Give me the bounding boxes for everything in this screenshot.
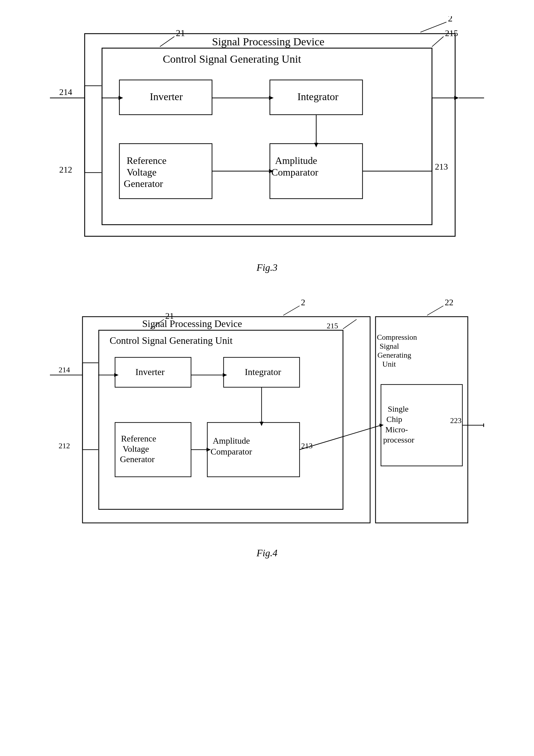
fig4-caption: Fig.4 <box>257 547 278 559</box>
fig3-rvg-label1: Reference <box>127 155 167 166</box>
fig3-ac-label1: Amplitude <box>275 155 317 166</box>
page: 2 21 Signal Processing Device Control Si… <box>0 0 534 756</box>
fig3-label-212: 212 <box>59 165 72 175</box>
figure-4-container: 2 22 21 Signal Processing Device Control… <box>50 295 484 559</box>
fig3-arrow-out <box>454 96 459 100</box>
svg-line-1 <box>420 22 446 32</box>
fig4-scp-label1: Single <box>388 404 409 413</box>
fig4-arrow-inv-int <box>223 373 227 377</box>
fig4-ac-label2: Comparator <box>211 447 252 456</box>
fig4-inverter-label: Inverter <box>135 367 165 377</box>
fig4-label-214: 214 <box>59 365 70 374</box>
fig4-label-212: 212 <box>59 442 70 450</box>
fig3-label-2: 2 <box>448 16 453 23</box>
fig4-csgu2-label3: Generating <box>377 351 411 359</box>
svg-rect-21 <box>83 317 370 523</box>
fig4-csgu-label: Control Signal Generating Unit <box>110 335 232 346</box>
fig3-arrow-inv-int <box>269 96 274 100</box>
fig3-caption: Fig.3 <box>257 262 278 273</box>
fig4-scp-label3: Micro- <box>385 425 408 434</box>
fig4-rvg-label2: Voltage <box>123 444 149 454</box>
fig3-label-214: 214 <box>59 87 72 97</box>
svg-line-3 <box>160 37 174 47</box>
fig3-arrow-inverter <box>119 96 123 100</box>
figure-3-container: 2 21 Signal Processing Device Control Si… <box>50 16 484 273</box>
fig4-csgu2-label1: Compression <box>377 333 417 341</box>
fig3-label-215: 215 <box>445 28 458 38</box>
fig4-label-223: 223 <box>450 416 462 425</box>
fig4-csgu2-label4: Unit <box>382 360 396 368</box>
fig4-scp-label4: processor <box>383 435 414 444</box>
fig4-rvg-label3: Generator <box>120 454 155 464</box>
fig4-integrator-label: Integrator <box>245 367 281 377</box>
fig3-label-213: 213 <box>435 162 448 172</box>
fig3-ac-label2: Comparator <box>271 167 318 178</box>
fig4-arrow-rvg-ac <box>206 448 211 451</box>
fig4-arrow-int-ac <box>260 422 263 426</box>
fig4-label-2: 2 <box>301 297 305 307</box>
fig4-arrow-ac-scp <box>379 423 384 427</box>
fig4-csgu2-label2: Signal <box>380 342 399 350</box>
fig3-arrow-int-ac <box>314 143 318 147</box>
figure-4-diagram: 2 22 21 Signal Processing Device Control… <box>50 295 484 539</box>
fig3-rvg-label3: Generator <box>124 178 163 189</box>
svg-line-40 <box>343 319 357 329</box>
svg-line-22 <box>283 306 300 315</box>
fig4-label-22: 22 <box>445 297 453 307</box>
svg-line-24 <box>427 306 443 315</box>
fig3-csgu-label: Control Signal Generating Unit <box>163 53 301 65</box>
fig3-spd-label: Signal Processing Device <box>212 36 324 48</box>
fig4-rvg-label1: Reference <box>121 434 156 444</box>
fig3-label-21: 21 <box>176 28 185 38</box>
svg-line-20 <box>432 37 444 47</box>
fig3-rvg-label2: Voltage <box>127 167 157 178</box>
fig4-label-215: 215 <box>327 322 338 330</box>
figure-3-diagram: 2 21 Signal Processing Device Control Si… <box>50 16 484 254</box>
fig4-arrow-out <box>483 423 484 427</box>
fig4-label-213: 213 <box>301 442 312 450</box>
fig4-spd-label: Signal Processing Device <box>142 318 242 329</box>
fig4-ac-label1: Amplitude <box>213 436 250 446</box>
fig3-integrator-label: Integrator <box>297 91 339 102</box>
fig3-inverter-label: Inverter <box>150 91 183 102</box>
svg-rect-2 <box>102 48 432 225</box>
fig4-scp-label2: Chip <box>387 415 402 423</box>
fig4-arrow-inverter <box>114 373 119 377</box>
